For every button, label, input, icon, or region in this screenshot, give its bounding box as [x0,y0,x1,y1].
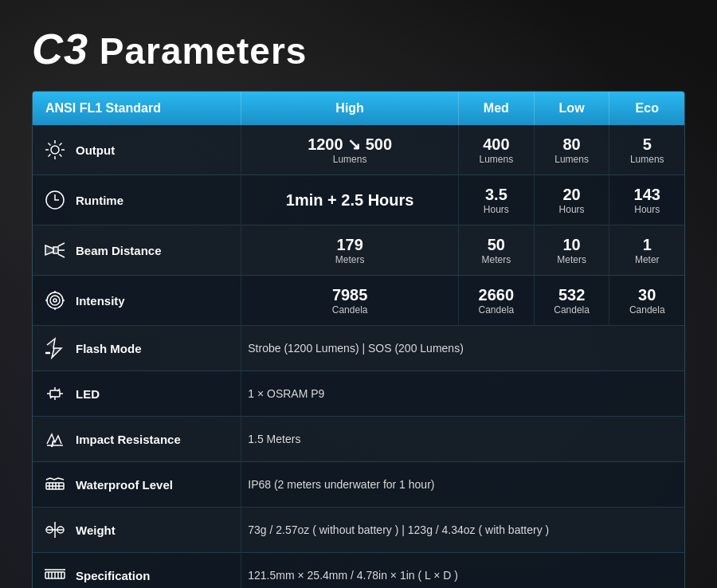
svg-point-0 [51,146,59,154]
led-icon [42,381,68,406]
svg-marker-10 [45,245,53,255]
cell-label-weight: Weight [33,508,241,553]
svg-line-12 [58,243,65,246]
cell-value-spec: 121.5mm × 25.4mm / 4.78in × 1in ( L × D … [241,553,684,589]
label-text-impact: Impact Resistance [76,433,181,446]
table-header-row: ANSI FL1 Standard High Med Low Eco [33,92,684,125]
label-text-runtime: Runtime [76,194,123,207]
cell-beam-2: 10Meters [534,225,609,276]
cell-output-2: 80Lumens [534,125,609,175]
table-row-intensity: Intensity 7985Candela2660Candela532Cande… [33,276,684,326]
label-text-led: LED [76,387,100,401]
sun-icon [42,137,68,163]
svg-line-8 [49,155,51,157]
label-text-intensity: Intensity [76,294,125,308]
cell-beam-0: 179Meters [241,225,459,276]
svg-rect-23 [50,390,60,397]
label-text-beam: Beam Distance [76,244,162,257]
cell-intensity-0: 7985Candela [241,276,459,326]
title-section: C3 Parameters [32,24,685,73]
cell-value-impact: 1.5 Meters [241,417,684,462]
header-high: High [241,92,459,125]
cell-runtime-3: 143Hours [609,175,684,225]
svg-point-15 [47,292,63,308]
params-table: ANSI FL1 Standard High Med Low Eco [33,92,684,588]
svg-line-14 [58,254,65,257]
table-row-spec: Specification 121.5mm × 25.4mm / 4.78in … [33,553,684,589]
flash-icon [42,335,68,361]
svg-line-6 [60,155,62,157]
cell-runtime-1: 3.5Hours [459,175,535,225]
beam-icon [42,237,68,263]
svg-point-17 [53,299,57,302]
cell-intensity-1: 2660Candela [459,276,535,326]
label-text-output: Output [76,143,115,157]
impact-icon [42,426,68,452]
table-row-beam: Beam Distance 179Meters50Meters10Meters1… [33,225,684,276]
cell-value-flash: Strobe (1200 Lumens) | SOS (200 Lumens) [241,326,684,371]
intensity-icon [42,288,68,313]
cell-label-runtime: Runtime [33,175,241,225]
label-text-waterproof: Waterproof Level [76,478,173,492]
params-table-container: ANSI FL1 Standard High Med Low Eco [32,91,685,588]
svg-line-7 [60,143,62,146]
svg-line-5 [49,143,51,146]
cell-runtime-0: 1min + 2.5 Hours [241,175,459,225]
table-row-output: Output 1200 ↘ 500Lumens400Lumens80Lumens… [33,125,684,175]
header-eco: Eco [609,92,684,125]
label-text-spec: Specification [76,569,150,582]
svg-point-16 [50,296,60,305]
table-row-weight: Weight 73g / 2.57oz ( without battery ) … [33,508,684,553]
title-rest: Parameters [100,30,308,72]
cell-label-flash: Flash Mode [33,326,241,371]
table-row-flash: Flash Mode Strobe (1200 Lumens) | SOS (2… [33,326,684,371]
cell-label-spec: Specification [33,553,241,589]
cell-value-weight: 73g / 2.57oz ( without battery ) | 123g … [241,508,684,553]
clock-icon [42,187,68,213]
cell-output-3: 5Lumens [609,125,684,175]
table-row-impact: Impact Resistance 1.5 Meters [33,417,684,462]
label-text-weight: Weight [76,523,116,537]
label-text-flash: Flash Mode [76,342,142,355]
cell-intensity-3: 30Candela [609,276,684,326]
table-row-runtime: Runtime 1min + 2.5 Hours3.5Hours20Hours1… [33,175,684,225]
cell-beam-3: 1Meter [609,225,684,276]
spec-icon [42,563,68,588]
cell-label-impact: Impact Resistance [33,417,241,462]
table-row-led: LED 1 × OSRAM P9 [33,371,684,417]
cell-label-led: LED [33,371,241,417]
cell-label-beam: Beam Distance [33,225,241,276]
cell-output-1: 400Lumens [459,125,535,175]
table-row-waterproof: Waterproof Level IP68 (2 meters underwat… [33,462,684,508]
header-label: ANSI FL1 Standard [33,92,241,125]
waterproof-icon [42,472,68,497]
cell-label-waterproof: Waterproof Level [33,462,241,508]
cell-output-0: 1200 ↘ 500Lumens [241,125,459,175]
cell-value-waterproof: IP68 (2 meters underwater for 1 hour) [241,462,684,508]
header-low: Low [534,92,609,125]
model-name: C3 [32,25,88,73]
cell-label-output: Output [33,125,241,175]
weight-icon [42,517,68,543]
cell-value-led: 1 × OSRAM P9 [241,371,684,417]
cell-label-intensity: Intensity [33,276,241,326]
header-med: Med [459,92,535,125]
cell-runtime-2: 20Hours [534,175,609,225]
cell-beam-1: 50Meters [459,225,535,276]
svg-rect-11 [53,247,58,253]
cell-intensity-2: 532Candela [534,276,609,326]
